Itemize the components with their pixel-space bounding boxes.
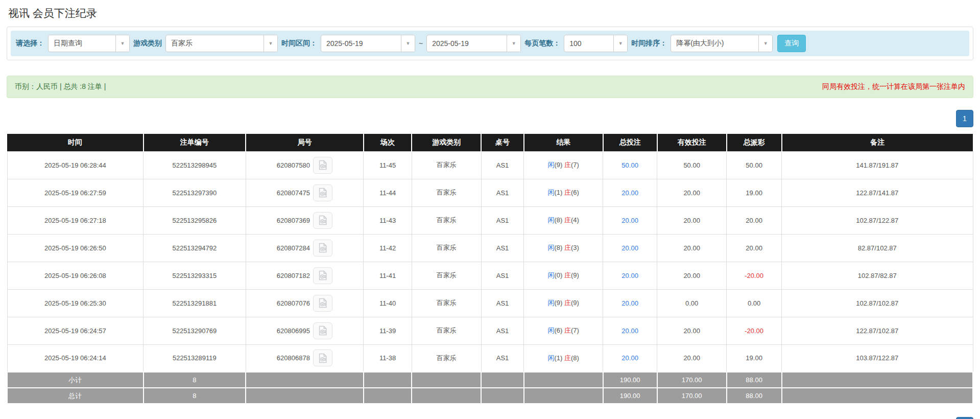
- table-row: 2025-05-19 06:27:18 522513295826 6208073…: [7, 206, 973, 234]
- session-cell: 11-40: [364, 289, 412, 317]
- game-type-select[interactable]: 百家乐 ▼: [165, 35, 278, 52]
- game-cell: 百家乐: [412, 206, 481, 234]
- query-button[interactable]: 查询: [777, 35, 806, 52]
- date-range-tilde: ~: [419, 39, 423, 48]
- session-cell: 11-43: [364, 206, 412, 234]
- total-bet-link[interactable]: 20.00: [622, 272, 638, 280]
- total-bet-cell: 20.00: [603, 179, 657, 206]
- table-row: 2025-05-19 06:24:57 522513290769 6208069…: [7, 317, 973, 344]
- video-replay-button[interactable]: [313, 240, 332, 257]
- film-document-icon: [317, 353, 328, 364]
- table-no-cell: AS1: [481, 262, 523, 289]
- date-from-select[interactable]: 2025-05-19 ▼: [321, 35, 415, 52]
- header-round-no: 局号: [246, 134, 364, 151]
- table-no-cell: AS1: [481, 151, 523, 179]
- date-to-select[interactable]: 2025-05-19 ▼: [426, 35, 521, 52]
- banker-result-label: 庄: [564, 216, 571, 224]
- result-cell: 闲(0) 庄(9): [524, 262, 603, 289]
- page-1-button[interactable]: 1: [956, 110, 973, 127]
- filter-panel: 请选择： 日期查询 ▼ 游戏类别 百家乐 ▼ 时间区间： 2025-05-19 …: [7, 27, 973, 60]
- banker-result-score: (7): [571, 327, 579, 334]
- film-document-icon: [317, 242, 328, 253]
- video-replay-button[interactable]: [313, 267, 332, 284]
- header-game: 游戏类别: [412, 134, 481, 151]
- date-to-value: 2025-05-19: [427, 35, 507, 52]
- game-type-value: 百家乐: [166, 35, 264, 52]
- subtotal-payout: 88.00: [727, 372, 782, 388]
- banker-result-score: (8): [571, 354, 579, 362]
- video-replay-button[interactable]: [313, 350, 332, 366]
- query-mode-select[interactable]: 日期查询 ▼: [48, 35, 130, 52]
- page-1-button-bottom[interactable]: 1: [956, 417, 973, 419]
- remark-cell: 141.87/191.87: [782, 151, 973, 179]
- round-no-cell: 620807580: [246, 151, 364, 179]
- banker-result-label: 庄: [564, 244, 571, 251]
- video-replay-button[interactable]: [313, 157, 332, 174]
- bet-records-table: 时间 注单编号 局号 场次 游戏类别 桌号 结果 总投注 有效投注 总派彩 备注…: [7, 134, 973, 404]
- player-result-label: 闲: [547, 299, 554, 307]
- result-cell: 闲(8) 庄(3): [524, 234, 603, 262]
- total-bet-cell: 20.00: [603, 206, 657, 234]
- player-result-label: 闲: [547, 327, 554, 334]
- header-total-bet: 总投注: [603, 134, 657, 151]
- total-bet-link[interactable]: 20.00: [622, 217, 638, 224]
- remark-cell: 82.87/102.87: [782, 234, 973, 262]
- table-header: 时间 注单编号 局号 场次 游戏类别 桌号 结果 总投注 有效投注 总派彩 备注: [7, 134, 973, 151]
- total-bet-link[interactable]: 20.00: [622, 354, 638, 362]
- banker-result-label: 庄: [564, 327, 571, 334]
- film-document-icon: [317, 187, 328, 198]
- game-cell: 百家乐: [412, 179, 481, 206]
- table-no-cell: AS1: [481, 206, 523, 234]
- video-replay-button[interactable]: [313, 212, 332, 229]
- video-replay-button[interactable]: [313, 295, 332, 312]
- table-body: 2025-05-19 06:28:44 522513298945 6208075…: [7, 151, 973, 372]
- table-no-cell: AS1: [481, 317, 523, 344]
- round-no-value: 620807369: [277, 217, 310, 224]
- bet-no-cell: 522513297390: [144, 179, 246, 206]
- time-cell: 2025-05-19 06:27:59: [7, 179, 144, 206]
- time-sort-select[interactable]: 降幂(由大到小) ▼: [671, 35, 773, 52]
- result-cell: 闲(1) 庄(8): [524, 344, 603, 372]
- banker-result-score: (4): [571, 216, 579, 224]
- game-cell: 百家乐: [412, 234, 481, 262]
- chevron-down-icon[interactable]: ▼: [507, 35, 520, 52]
- page-size-select[interactable]: 100 ▼: [564, 35, 628, 52]
- total-bet-cell: 20.00: [603, 289, 657, 317]
- game-cell: 百家乐: [412, 262, 481, 289]
- chevron-down-icon[interactable]: ▼: [115, 35, 129, 52]
- total-payout: 88.00: [727, 388, 782, 404]
- chevron-down-icon[interactable]: ▼: [401, 35, 415, 52]
- video-replay-button[interactable]: [313, 322, 332, 339]
- chevron-down-icon[interactable]: ▼: [264, 35, 277, 52]
- round-no-value: 620806995: [277, 327, 310, 335]
- banker-result-score: (6): [571, 189, 579, 196]
- total-bet-link[interactable]: 20.00: [622, 189, 638, 197]
- total-bet-cell: 20.00: [603, 344, 657, 372]
- payout-cell: -20.00: [727, 262, 782, 289]
- time-cell: 2025-05-19 06:26:50: [7, 234, 144, 262]
- result-cell: 闲(8) 庄(4): [524, 206, 603, 234]
- round-no-cell: 620807284: [246, 234, 364, 262]
- total-bet-link[interactable]: 20.00: [622, 244, 638, 252]
- total-bet-link[interactable]: 20.00: [622, 299, 638, 307]
- header-result: 结果: [524, 134, 603, 151]
- chevron-down-icon[interactable]: ▼: [613, 35, 627, 52]
- valid-bet-cell: 20.00: [657, 317, 727, 344]
- currency-summary-text: 币别：人民币 | 总共 :8 注单 |: [15, 82, 106, 91]
- table-no-cell: AS1: [481, 289, 523, 317]
- total-bet-link[interactable]: 20.00: [622, 327, 638, 335]
- page-size-label: 每页笔数：: [524, 39, 560, 48]
- bet-no-cell: 522513293315: [144, 262, 246, 289]
- chevron-down-icon[interactable]: ▼: [758, 35, 772, 52]
- remark-cell: 102.87/122.87: [782, 206, 973, 234]
- video-replay-button[interactable]: [313, 184, 332, 201]
- subtotal-total-bet: 190.00: [603, 372, 657, 388]
- film-document-icon: [317, 159, 328, 171]
- total-bet-link[interactable]: 50.00: [622, 161, 638, 169]
- table-row: 2025-05-19 06:27:59 522513297390 6208074…: [7, 179, 973, 206]
- player-result-score: (0): [554, 271, 562, 279]
- round-no-value: 620807076: [277, 299, 310, 307]
- table-no-cell: AS1: [481, 234, 523, 262]
- total-bet-cell: 20.00: [603, 234, 657, 262]
- banker-result-score: (9): [571, 299, 579, 307]
